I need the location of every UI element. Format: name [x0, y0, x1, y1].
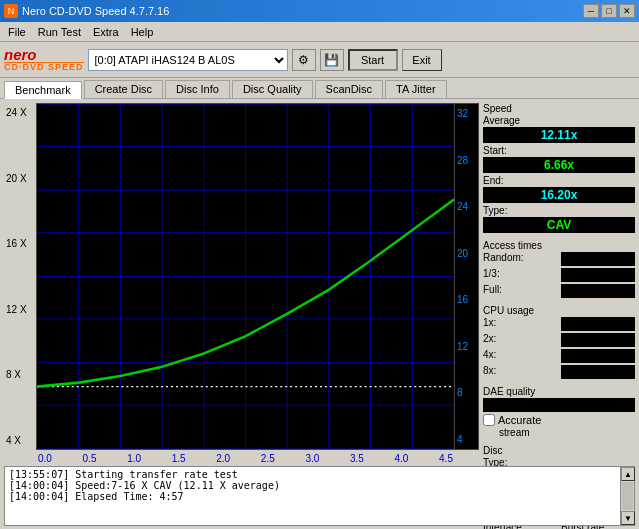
dae-value: [483, 398, 635, 412]
type-value: CAV: [483, 217, 635, 233]
cpu-section: CPU usage 1x: 2x: 4x: 8x:: [483, 305, 635, 379]
scroll-up-button[interactable]: ▲: [621, 467, 635, 481]
toolbar: nero CD·DVD SPEED [0:0] ATAPI iHAS124 B …: [0, 42, 639, 78]
menu-file[interactable]: File: [2, 24, 32, 40]
menu-help[interactable]: Help: [125, 24, 160, 40]
nero-sub: CD·DVD SPEED: [4, 62, 84, 72]
tab-scandisc[interactable]: ScanDisc: [315, 80, 383, 98]
menu-runtest[interactable]: Run Test: [32, 24, 87, 40]
minimize-button[interactable]: ─: [583, 4, 599, 18]
access-times-section: Access times Random: 1/3:: [483, 240, 635, 298]
x-4.5: 4.5: [439, 453, 453, 464]
cpu-2x-row: 2x:: [483, 333, 635, 347]
x-3.0: 3.0: [305, 453, 319, 464]
tab-create-disc[interactable]: Create Disc: [84, 80, 163, 98]
x-2.5: 2.5: [261, 453, 275, 464]
access-onethird-row: 1/3:: [483, 268, 635, 282]
y-right-12: 12: [455, 341, 478, 352]
cpu-4x-row: 4x:: [483, 349, 635, 363]
x-3.5: 3.5: [350, 453, 364, 464]
tab-bar: Benchmark Create Disc Disc Info Disc Qua…: [0, 78, 639, 99]
cpu-1x-row: 1x:: [483, 317, 635, 331]
access-random-label: Random:: [483, 252, 557, 266]
x-2.0: 2.0: [216, 453, 230, 464]
y-label-8: 8 X: [6, 369, 34, 380]
full-label: Full:: [483, 284, 557, 295]
save-icon[interactable]: 💾: [320, 49, 344, 71]
log-area: [13:55:07] Starting transfer rate test […: [4, 466, 635, 526]
chart-and-panel: 24 X 20 X 16 X 12 X 8 X 4 X: [0, 99, 639, 466]
y-label-20: 20 X: [6, 173, 34, 184]
window-title: Nero CD-DVD Speed 4.7.7.16: [22, 5, 169, 17]
app-icon: N: [4, 4, 18, 18]
x-1.5: 1.5: [172, 453, 186, 464]
access-full-row: Full:: [483, 284, 635, 298]
log-line-1: [13:55:07] Starting transfer rate test: [9, 469, 616, 480]
y-right-8: 8: [455, 387, 478, 398]
x-axis: 0.0 0.5 1.0 1.5 2.0 2.5 3.0 3.5 4.0 4.5: [4, 450, 479, 466]
speed-label: Speed: [483, 103, 635, 114]
log-line-3: [14:00:04] Elapsed Time: 4:57: [9, 491, 616, 502]
y-right-32: 32: [455, 108, 478, 119]
menubar: File Run Test Extra Help: [0, 22, 639, 42]
dae-section: DAE quality Accurate stream: [483, 386, 635, 438]
y-label-24: 24 X: [6, 107, 34, 118]
start-value: 6.66x: [483, 157, 635, 173]
maximize-button[interactable]: □: [601, 4, 617, 18]
tab-benchmark[interactable]: Benchmark: [4, 81, 82, 99]
y-label-12: 12 X: [6, 304, 34, 315]
access-random-row: Random:: [483, 252, 635, 266]
settings-icon[interactable]: ⚙: [292, 49, 316, 71]
y-right-24: 24: [455, 201, 478, 212]
right-panel: Speed Average 12.11x Start: 6.66x End: 1…: [479, 99, 639, 466]
drive-selector[interactable]: [0:0] ATAPI iHAS124 B AL0S: [88, 49, 288, 71]
y-right-28: 28: [455, 155, 478, 166]
cpu-8x-row: 8x:: [483, 365, 635, 379]
scroll-thumb[interactable]: [622, 482, 633, 510]
x-4.0: 4.0: [395, 453, 409, 464]
log-scrollbar[interactable]: ▲ ▼: [620, 467, 634, 525]
accurate-stream-row: Accurate: [483, 414, 635, 426]
nero-brand: nero: [4, 47, 84, 62]
start-label: Start:: [483, 145, 635, 156]
access-random-value: [561, 252, 635, 266]
nero-logo: nero CD·DVD SPEED: [4, 47, 84, 72]
tab-disc-info[interactable]: Disc Info: [165, 80, 230, 98]
average-label: Average: [483, 115, 635, 126]
accurate-label: Accurate: [498, 414, 541, 426]
start-button[interactable]: Start: [348, 49, 398, 71]
exit-button[interactable]: Exit: [402, 49, 442, 71]
accurate-stream-checkbox[interactable]: [483, 414, 495, 426]
x-0.5: 0.5: [83, 453, 97, 464]
disc-type-label: Disc: [483, 445, 635, 456]
speed-section: Speed Average 12.11x Start: 6.66x End: 1…: [483, 103, 635, 233]
log-content: [13:55:07] Starting transfer rate test […: [5, 467, 620, 525]
onethird-label: 1/3:: [483, 268, 557, 279]
close-button[interactable]: ✕: [619, 4, 635, 18]
tab-ta-jitter[interactable]: TA Jitter: [385, 80, 447, 98]
titlebar: N Nero CD-DVD Speed 4.7.7.16 ─ □ ✕: [0, 0, 639, 22]
stream-label: stream: [483, 427, 530, 438]
tab-disc-quality[interactable]: Disc Quality: [232, 80, 313, 98]
y-label-16: 16 X: [6, 238, 34, 249]
chart-svg: [37, 104, 454, 449]
menu-extra[interactable]: Extra: [87, 24, 125, 40]
y-right-4: 4: [455, 434, 478, 445]
end-label: End:: [483, 175, 635, 186]
end-value: 16.20x: [483, 187, 635, 203]
titlebar-buttons: ─ □ ✕: [583, 4, 635, 18]
cpu-label: CPU usage: [483, 305, 635, 316]
y-label-4: 4 X: [6, 435, 34, 446]
dae-label: DAE quality: [483, 386, 635, 397]
onethird-value: [561, 268, 635, 282]
x-1.0: 1.0: [127, 453, 141, 464]
chart-area: [36, 103, 455, 450]
x-0.0: 0.0: [38, 453, 52, 464]
y-right-20: 20: [455, 248, 478, 259]
type-label: Type:: [483, 205, 635, 216]
main-content: 24 X 20 X 16 X 12 X 8 X 4 X: [0, 99, 639, 528]
scroll-down-button[interactable]: ▼: [621, 511, 635, 525]
titlebar-title: N Nero CD-DVD Speed 4.7.7.16: [4, 4, 169, 18]
access-times-label: Access times: [483, 240, 635, 251]
y-right-16: 16: [455, 294, 478, 305]
